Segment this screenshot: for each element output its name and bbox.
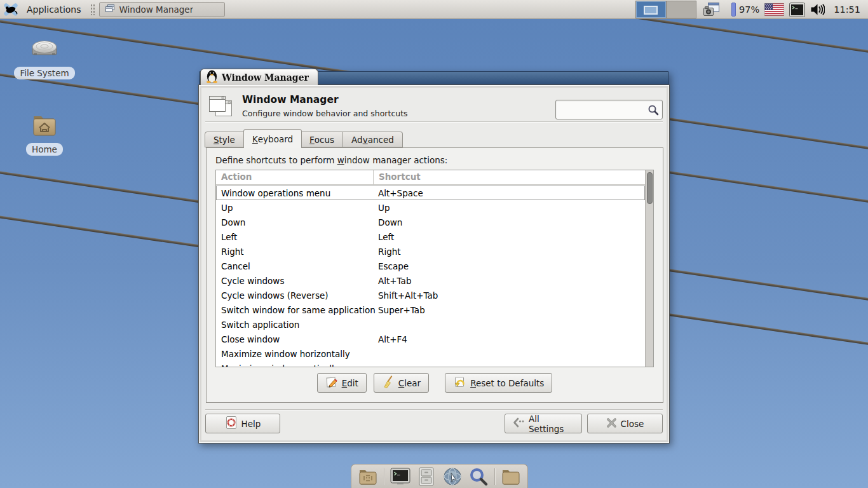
reset-icon xyxy=(453,376,466,390)
table-row[interactable]: Close windowAlt+F4 xyxy=(216,332,645,346)
tab-style[interactable]: Style xyxy=(205,132,244,147)
action-cell: Cycle windows (Reverse) xyxy=(216,290,373,301)
desktop-icon-label: File System xyxy=(14,67,74,79)
tux-penguin-icon xyxy=(206,69,218,86)
file-cabinet-icon[interactable] xyxy=(416,466,437,487)
help-button[interactable]: Help xyxy=(205,414,280,433)
table-row[interactable]: UpUp xyxy=(216,200,645,215)
all-settings-button[interactable]: All Settings xyxy=(505,414,582,433)
window-title: Window Manager xyxy=(222,72,309,83)
action-cell: Left xyxy=(216,232,373,242)
dialog-subtitle: Configure window behavior and shortcuts xyxy=(242,109,408,118)
edit-button[interactable]: Edit xyxy=(317,373,367,393)
table-header: Action Shortcut xyxy=(216,170,653,185)
action-cell: Maximize window horizontally xyxy=(216,349,373,359)
table-row[interactable]: Cycle windowsAlt+Tab xyxy=(216,273,645,288)
titlebar-tab[interactable]: Window Manager xyxy=(200,69,318,85)
web-browser-globe-icon[interactable] xyxy=(442,466,463,487)
terminal-launcher-icon[interactable] xyxy=(390,466,410,487)
window-manager-header-icon xyxy=(208,95,233,121)
table-row[interactable]: LeftLeft xyxy=(216,229,645,244)
xfce-mouse-logo-icon xyxy=(4,3,18,17)
shortcut-cell: Shift+Alt+Tab xyxy=(373,290,645,301)
table-row[interactable]: DownDown xyxy=(216,215,645,229)
table-row[interactable]: Switch application xyxy=(216,317,645,332)
shortcuts-description: Define shortcuts to perform window manag… xyxy=(215,155,447,165)
desktop-icon-home[interactable]: Home xyxy=(10,111,79,156)
tab-focus[interactable]: Focus xyxy=(301,132,343,147)
shortcuts-table: Action Shortcut Window operations menuAl… xyxy=(215,170,654,367)
panel-handle[interactable] xyxy=(90,4,95,15)
shortcut-cell: Alt+F4 xyxy=(373,334,645,344)
file-manager-folder-icon[interactable] xyxy=(501,466,521,487)
volume-speaker-icon[interactable] xyxy=(810,3,825,16)
screenshot-tray-icon[interactable] xyxy=(703,2,720,18)
applications-menu-button[interactable]: Applications xyxy=(0,1,88,18)
dock-separator xyxy=(494,468,495,485)
keyboard-tab-page: Define shortcuts to perform window manag… xyxy=(206,147,663,403)
bottom-dock xyxy=(351,464,528,488)
table-row[interactable]: Maximize window horizontally xyxy=(216,346,645,361)
action-cell: Down xyxy=(216,217,373,227)
table-row[interactable]: RightRight xyxy=(216,244,645,259)
panel-clock[interactable]: 11:51 xyxy=(834,4,860,15)
window-body: Window Manager Configure window behavior… xyxy=(198,85,670,444)
shortcut-cell: Down xyxy=(373,217,645,227)
window-icon xyxy=(105,4,115,15)
action-cell: Right xyxy=(216,247,373,257)
search-input[interactable] xyxy=(560,102,646,118)
top-panel: Applications Window Manager xyxy=(0,0,868,19)
applications-label: Applications xyxy=(27,4,81,15)
workspace-switcher[interactable] xyxy=(635,1,696,18)
search-icon[interactable] xyxy=(648,104,659,118)
close-x-icon xyxy=(606,417,617,430)
action-cell: Switch application xyxy=(216,320,373,330)
workspace-window-thumbnail xyxy=(644,6,658,15)
keyboard-layout-us-flag-icon[interactable] xyxy=(764,3,784,16)
scrollbar-thumb[interactable] xyxy=(647,172,653,204)
table-scrollbar[interactable] xyxy=(645,170,653,367)
home-folder-icon xyxy=(30,111,59,137)
app-finder-search-icon[interactable] xyxy=(468,466,489,487)
clear-button[interactable]: Clear xyxy=(374,373,429,393)
edit-icon xyxy=(325,376,338,390)
column-header-shortcut[interactable]: Shortcut xyxy=(373,170,653,184)
table-body: Window operations menuAlt+SpaceUpUpDownD… xyxy=(216,186,645,367)
table-row[interactable]: CancelEscape xyxy=(216,259,645,273)
action-cell: Close window xyxy=(216,334,373,344)
tab-advanced[interactable]: Advanced xyxy=(343,132,403,147)
shortcut-cell: Super+Tab xyxy=(373,305,645,315)
desktop-icon-label: Home xyxy=(26,143,63,156)
terminal-tray-icon[interactable] xyxy=(789,3,805,17)
column-header-action[interactable]: Action xyxy=(216,170,373,184)
header-separator xyxy=(205,121,663,123)
hard-disk-icon xyxy=(30,35,59,60)
shortcut-cell: Alt+Tab xyxy=(373,276,645,286)
action-cell: Cancel xyxy=(216,261,373,271)
desktop-icon-file-system[interactable]: File System xyxy=(10,35,79,79)
table-row[interactable]: Window operations menuAlt+Space xyxy=(216,186,645,200)
search-box[interactable] xyxy=(555,100,663,119)
reset-to-defaults-button[interactable]: Reset to Defaults xyxy=(445,373,552,393)
close-button[interactable]: Close xyxy=(587,414,663,433)
system-tray: 97% xyxy=(635,0,868,19)
battery-indicator-icon[interactable] xyxy=(731,3,736,17)
action-cell: Maximize window vertically xyxy=(216,363,373,368)
table-row[interactable]: Cycle windows (Reverse)Shift+Alt+Tab xyxy=(216,288,645,302)
shortcut-cell: Right xyxy=(373,247,645,257)
clear-broom-icon xyxy=(382,376,395,390)
table-row[interactable]: Switch window for same applicationSuper+… xyxy=(216,302,645,317)
taskbar-window-manager-button[interactable]: Window Manager xyxy=(99,2,225,17)
table-row[interactable]: Maximize window vertically xyxy=(216,361,645,367)
shortcut-cell: Alt+Space xyxy=(373,188,645,198)
workspace-1-active[interactable] xyxy=(636,1,666,18)
window-manager-dialog: Window Manager Window Manager Configure … xyxy=(198,69,670,444)
taskbar-button-label: Window Manager xyxy=(119,4,194,15)
workspace-2[interactable] xyxy=(666,1,696,18)
dialog-title: Window Manager xyxy=(242,94,339,105)
action-cell: Switch window for same application xyxy=(216,305,373,315)
action-cell: Cycle windows xyxy=(216,276,373,286)
tab-keyboard[interactable]: Keyboard xyxy=(243,129,302,148)
desktop-folder-icon[interactable] xyxy=(358,466,378,487)
battery-percent: 97% xyxy=(739,4,759,15)
